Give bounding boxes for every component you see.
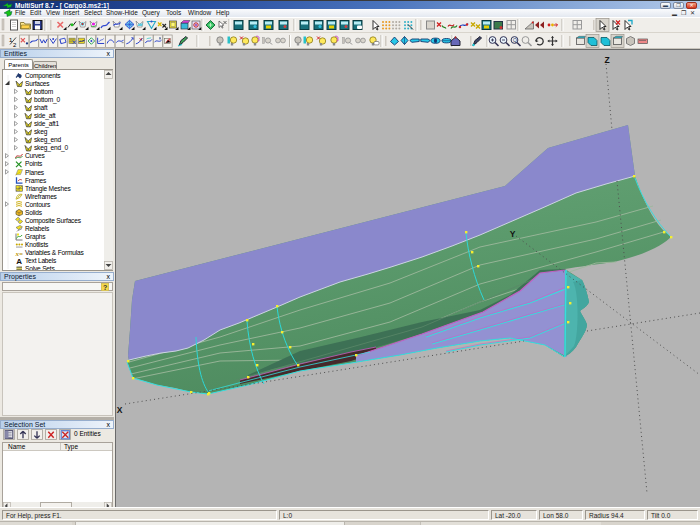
svg-text:Contours: Contours bbox=[25, 201, 51, 208]
svg-text:Planes: Planes bbox=[25, 169, 45, 176]
svg-text:skeg_end: skeg_end bbox=[34, 136, 62, 144]
svg-text:side_aft: side_aft bbox=[34, 112, 56, 120]
svg-text:Relabels: Relabels bbox=[25, 225, 50, 232]
svg-text:Composite Surfaces: Composite Surfaces bbox=[25, 217, 82, 225]
svg-text:skeg: skeg bbox=[34, 128, 48, 136]
svg-text:side_aft1: side_aft1 bbox=[34, 120, 59, 128]
svg-text:Points: Points bbox=[25, 160, 43, 167]
svg-text:A: A bbox=[16, 257, 22, 266]
svg-text:Frames: Frames bbox=[25, 177, 47, 184]
svg-text:Wireframes: Wireframes bbox=[25, 193, 58, 200]
svg-text:Y: Y bbox=[510, 229, 516, 239]
svg-text:shaft: shaft bbox=[34, 104, 48, 111]
svg-text:Solids: Solids bbox=[25, 209, 43, 216]
svg-text:X: X bbox=[117, 405, 123, 415]
svg-text:skeg_end_0: skeg_end_0 bbox=[34, 144, 68, 152]
svg-text:Q: Q bbox=[513, 37, 517, 43]
svg-text:Surfaces: Surfaces bbox=[25, 80, 50, 87]
svg-text:Knotlists: Knotlists bbox=[25, 241, 49, 248]
svg-text:Solve Sets: Solve Sets bbox=[25, 265, 55, 270]
svg-text:bottom_0: bottom_0 bbox=[34, 96, 60, 104]
svg-text:bottom: bottom bbox=[34, 88, 54, 95]
svg-text:Text Labels: Text Labels bbox=[25, 257, 57, 264]
svg-text:Curves: Curves bbox=[25, 152, 46, 159]
svg-text:?: ? bbox=[103, 284, 107, 291]
svg-text:Z: Z bbox=[604, 55, 609, 65]
svg-text:Triangle Meshes: Triangle Meshes bbox=[25, 185, 71, 193]
svg-text:Variables & Formulas: Variables & Formulas bbox=[25, 249, 84, 256]
svg-text:Graphs: Graphs bbox=[25, 233, 46, 241]
svg-text:Components: Components bbox=[25, 72, 61, 80]
